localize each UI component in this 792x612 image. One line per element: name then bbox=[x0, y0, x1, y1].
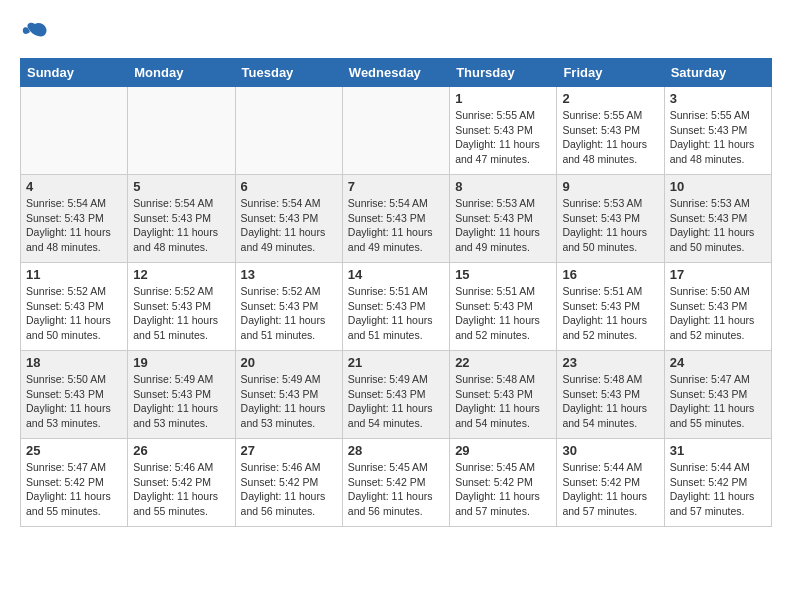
day-number: 1 bbox=[455, 91, 551, 106]
day-info: Sunrise: 5:50 AMSunset: 5:43 PMDaylight:… bbox=[26, 372, 122, 431]
day-number: 25 bbox=[26, 443, 122, 458]
calendar-cell: 22Sunrise: 5:48 AMSunset: 5:43 PMDayligh… bbox=[450, 351, 557, 439]
day-info: Sunrise: 5:52 AMSunset: 5:43 PMDaylight:… bbox=[241, 284, 337, 343]
calendar-cell: 23Sunrise: 5:48 AMSunset: 5:43 PMDayligh… bbox=[557, 351, 664, 439]
day-info: Sunrise: 5:49 AMSunset: 5:43 PMDaylight:… bbox=[241, 372, 337, 431]
day-info: Sunrise: 5:47 AMSunset: 5:43 PMDaylight:… bbox=[670, 372, 766, 431]
page-header bbox=[20, 20, 772, 48]
day-info: Sunrise: 5:52 AMSunset: 5:43 PMDaylight:… bbox=[26, 284, 122, 343]
day-info: Sunrise: 5:46 AMSunset: 5:42 PMDaylight:… bbox=[133, 460, 229, 519]
calendar-cell: 13Sunrise: 5:52 AMSunset: 5:43 PMDayligh… bbox=[235, 263, 342, 351]
day-info: Sunrise: 5:51 AMSunset: 5:43 PMDaylight:… bbox=[455, 284, 551, 343]
day-number: 9 bbox=[562, 179, 658, 194]
calendar-week-row: 18Sunrise: 5:50 AMSunset: 5:43 PMDayligh… bbox=[21, 351, 772, 439]
calendar-cell bbox=[128, 87, 235, 175]
calendar-cell bbox=[342, 87, 449, 175]
day-number: 8 bbox=[455, 179, 551, 194]
day-number: 23 bbox=[562, 355, 658, 370]
calendar-cell: 11Sunrise: 5:52 AMSunset: 5:43 PMDayligh… bbox=[21, 263, 128, 351]
day-number: 21 bbox=[348, 355, 444, 370]
header-wednesday: Wednesday bbox=[342, 59, 449, 87]
day-number: 18 bbox=[26, 355, 122, 370]
calendar-cell: 3Sunrise: 5:55 AMSunset: 5:43 PMDaylight… bbox=[664, 87, 771, 175]
calendar-cell: 24Sunrise: 5:47 AMSunset: 5:43 PMDayligh… bbox=[664, 351, 771, 439]
day-info: Sunrise: 5:53 AMSunset: 5:43 PMDaylight:… bbox=[455, 196, 551, 255]
calendar-cell bbox=[235, 87, 342, 175]
calendar-cell: 1Sunrise: 5:55 AMSunset: 5:43 PMDaylight… bbox=[450, 87, 557, 175]
day-info: Sunrise: 5:51 AMSunset: 5:43 PMDaylight:… bbox=[562, 284, 658, 343]
header-friday: Friday bbox=[557, 59, 664, 87]
day-number: 11 bbox=[26, 267, 122, 282]
day-number: 3 bbox=[670, 91, 766, 106]
calendar-cell: 7Sunrise: 5:54 AMSunset: 5:43 PMDaylight… bbox=[342, 175, 449, 263]
day-info: Sunrise: 5:44 AMSunset: 5:42 PMDaylight:… bbox=[562, 460, 658, 519]
calendar-cell: 28Sunrise: 5:45 AMSunset: 5:42 PMDayligh… bbox=[342, 439, 449, 527]
day-number: 14 bbox=[348, 267, 444, 282]
header-tuesday: Tuesday bbox=[235, 59, 342, 87]
day-number: 15 bbox=[455, 267, 551, 282]
calendar-week-row: 25Sunrise: 5:47 AMSunset: 5:42 PMDayligh… bbox=[21, 439, 772, 527]
day-info: Sunrise: 5:44 AMSunset: 5:42 PMDaylight:… bbox=[670, 460, 766, 519]
calendar-cell: 14Sunrise: 5:51 AMSunset: 5:43 PMDayligh… bbox=[342, 263, 449, 351]
day-number: 27 bbox=[241, 443, 337, 458]
calendar-cell: 8Sunrise: 5:53 AMSunset: 5:43 PMDaylight… bbox=[450, 175, 557, 263]
day-info: Sunrise: 5:51 AMSunset: 5:43 PMDaylight:… bbox=[348, 284, 444, 343]
calendar-week-row: 11Sunrise: 5:52 AMSunset: 5:43 PMDayligh… bbox=[21, 263, 772, 351]
calendar-cell: 20Sunrise: 5:49 AMSunset: 5:43 PMDayligh… bbox=[235, 351, 342, 439]
day-info: Sunrise: 5:54 AMSunset: 5:43 PMDaylight:… bbox=[348, 196, 444, 255]
day-info: Sunrise: 5:46 AMSunset: 5:42 PMDaylight:… bbox=[241, 460, 337, 519]
calendar-cell: 19Sunrise: 5:49 AMSunset: 5:43 PMDayligh… bbox=[128, 351, 235, 439]
day-info: Sunrise: 5:55 AMSunset: 5:43 PMDaylight:… bbox=[562, 108, 658, 167]
calendar-cell: 2Sunrise: 5:55 AMSunset: 5:43 PMDaylight… bbox=[557, 87, 664, 175]
calendar-cell: 4Sunrise: 5:54 AMSunset: 5:43 PMDaylight… bbox=[21, 175, 128, 263]
day-info: Sunrise: 5:48 AMSunset: 5:43 PMDaylight:… bbox=[562, 372, 658, 431]
day-info: Sunrise: 5:54 AMSunset: 5:43 PMDaylight:… bbox=[133, 196, 229, 255]
day-number: 26 bbox=[133, 443, 229, 458]
day-number: 22 bbox=[455, 355, 551, 370]
calendar-cell: 29Sunrise: 5:45 AMSunset: 5:42 PMDayligh… bbox=[450, 439, 557, 527]
calendar-cell: 15Sunrise: 5:51 AMSunset: 5:43 PMDayligh… bbox=[450, 263, 557, 351]
logo-mark bbox=[20, 20, 50, 48]
calendar-cell: 6Sunrise: 5:54 AMSunset: 5:43 PMDaylight… bbox=[235, 175, 342, 263]
day-info: Sunrise: 5:48 AMSunset: 5:43 PMDaylight:… bbox=[455, 372, 551, 431]
day-number: 5 bbox=[133, 179, 229, 194]
day-number: 6 bbox=[241, 179, 337, 194]
calendar-header-row: Sunday Monday Tuesday Wednesday Thursday… bbox=[21, 59, 772, 87]
day-number: 10 bbox=[670, 179, 766, 194]
day-number: 12 bbox=[133, 267, 229, 282]
header-saturday: Saturday bbox=[664, 59, 771, 87]
day-info: Sunrise: 5:45 AMSunset: 5:42 PMDaylight:… bbox=[455, 460, 551, 519]
calendar-week-row: 1Sunrise: 5:55 AMSunset: 5:43 PMDaylight… bbox=[21, 87, 772, 175]
calendar-cell: 30Sunrise: 5:44 AMSunset: 5:42 PMDayligh… bbox=[557, 439, 664, 527]
calendar-cell: 17Sunrise: 5:50 AMSunset: 5:43 PMDayligh… bbox=[664, 263, 771, 351]
day-number: 24 bbox=[670, 355, 766, 370]
calendar-cell: 21Sunrise: 5:49 AMSunset: 5:43 PMDayligh… bbox=[342, 351, 449, 439]
day-number: 28 bbox=[348, 443, 444, 458]
calendar-cell: 9Sunrise: 5:53 AMSunset: 5:43 PMDaylight… bbox=[557, 175, 664, 263]
day-number: 19 bbox=[133, 355, 229, 370]
calendar-cell: 5Sunrise: 5:54 AMSunset: 5:43 PMDaylight… bbox=[128, 175, 235, 263]
header-thursday: Thursday bbox=[450, 59, 557, 87]
calendar-cell: 10Sunrise: 5:53 AMSunset: 5:43 PMDayligh… bbox=[664, 175, 771, 263]
day-info: Sunrise: 5:53 AMSunset: 5:43 PMDaylight:… bbox=[562, 196, 658, 255]
calendar-cell: 25Sunrise: 5:47 AMSunset: 5:42 PMDayligh… bbox=[21, 439, 128, 527]
day-number: 20 bbox=[241, 355, 337, 370]
day-info: Sunrise: 5:54 AMSunset: 5:43 PMDaylight:… bbox=[241, 196, 337, 255]
calendar-cell: 27Sunrise: 5:46 AMSunset: 5:42 PMDayligh… bbox=[235, 439, 342, 527]
day-info: Sunrise: 5:50 AMSunset: 5:43 PMDaylight:… bbox=[670, 284, 766, 343]
logo bbox=[20, 20, 54, 48]
day-number: 4 bbox=[26, 179, 122, 194]
day-info: Sunrise: 5:52 AMSunset: 5:43 PMDaylight:… bbox=[133, 284, 229, 343]
header-sunday: Sunday bbox=[21, 59, 128, 87]
calendar-cell: 16Sunrise: 5:51 AMSunset: 5:43 PMDayligh… bbox=[557, 263, 664, 351]
day-info: Sunrise: 5:55 AMSunset: 5:43 PMDaylight:… bbox=[455, 108, 551, 167]
day-info: Sunrise: 5:55 AMSunset: 5:43 PMDaylight:… bbox=[670, 108, 766, 167]
day-info: Sunrise: 5:49 AMSunset: 5:43 PMDaylight:… bbox=[133, 372, 229, 431]
header-monday: Monday bbox=[128, 59, 235, 87]
calendar-cell: 26Sunrise: 5:46 AMSunset: 5:42 PMDayligh… bbox=[128, 439, 235, 527]
day-number: 16 bbox=[562, 267, 658, 282]
day-number: 13 bbox=[241, 267, 337, 282]
calendar-cell: 18Sunrise: 5:50 AMSunset: 5:43 PMDayligh… bbox=[21, 351, 128, 439]
calendar-cell: 31Sunrise: 5:44 AMSunset: 5:42 PMDayligh… bbox=[664, 439, 771, 527]
day-number: 30 bbox=[562, 443, 658, 458]
